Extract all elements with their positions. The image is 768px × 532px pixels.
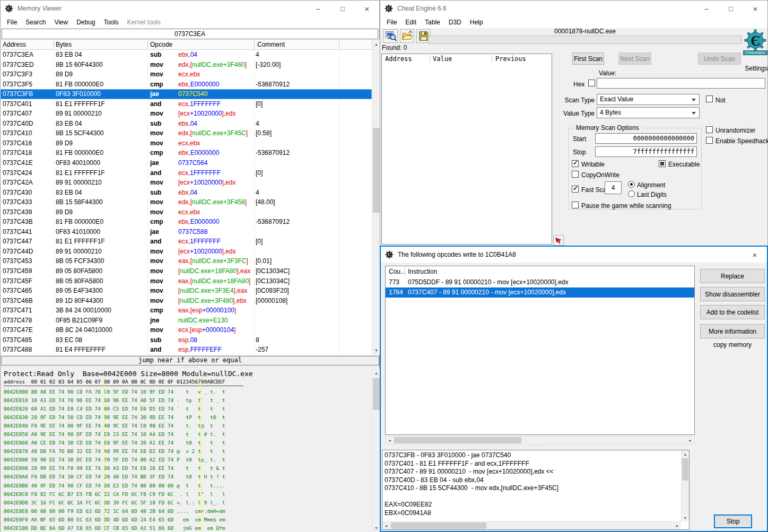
not-checkbox[interactable] <box>706 95 713 102</box>
disassembly-scrollbar[interactable]: ▲ ▼ <box>372 40 380 355</box>
found-address-list[interactable]: Address Value Previous <box>381 54 552 245</box>
disasm-row[interactable]: 0737C3ED8B 15 60F44300movedx,[nullDC.exe… <box>1 60 372 70</box>
hex-row[interactable]: 0042E030 20 9F ED 74 50 CD ED 74 90 9E E… <box>4 413 225 422</box>
value-input[interactable] <box>597 78 765 89</box>
hex-row[interactable]: 0042E0D0 3C 16 FC 6C 0C 3A FC 6C DD 39 F… <box>4 499 225 507</box>
menu-help[interactable]: Help <box>466 16 487 28</box>
scan-stop-input[interactable]: 7fffffffffffffff <box>595 146 697 157</box>
column-address[interactable]: Address <box>3 40 26 50</box>
current-address-input[interactable]: 0737C3EA <box>2 29 378 39</box>
settings-logo-button[interactable]: Є Cheat Engine <box>743 29 767 55</box>
disasm-row[interactable]: 0737C44781 E1 FFFFFF1Fandecx,1FFFFFFF[0] <box>1 237 372 247</box>
disasm-row[interactable]: 0737C45989 05 80FA5800mov[nullDC.exe+18F… <box>1 266 372 276</box>
disasm-row[interactable]: 0737C41881 FB 000000E0cmpebx,E0000000-53… <box>1 148 372 158</box>
scroll-up-icon[interactable]: ▲ <box>682 450 689 458</box>
scroll-thumb[interactable] <box>391 522 486 529</box>
copyonwrite-checkbox[interactable] <box>572 171 579 178</box>
menu-view[interactable]: View <box>50 16 72 28</box>
disasm-row[interactable]: 0737C4338B 15 58F44300movedx,[nullDC.exe… <box>1 197 372 207</box>
column-comment[interactable]: Comment <box>257 40 285 50</box>
add-to-codelist-button[interactable]: Add to the codelist <box>700 305 765 319</box>
hex-row[interactable]: 0042E0B0 40 9F ED 74 90 CF ED 74 D0 E3 E… <box>4 482 225 490</box>
disasm-row[interactable]: 0737C40D83 EB 04subebx,044 <box>1 119 372 129</box>
disasm-row[interactable]: 0737C41E0F83 40010000jae0737C564 <box>1 158 372 168</box>
scroll-right-icon[interactable]: ► <box>686 437 694 444</box>
disasm-row[interactable]: 0737C44D89 91 00000210mov[ecx+10020000],… <box>1 247 372 257</box>
hex-row[interactable]: 0042E040 F0 9E EE 74 00 9F EE 74 40 9C E… <box>4 422 225 430</box>
splitter-handle[interactable]: ········ <box>381 444 693 448</box>
open-table-button[interactable] <box>400 29 414 43</box>
hex-row[interactable]: 0042E070 40 D0 FA 76 B0 32 EE 74 A0 99 E… <box>4 447 225 456</box>
close-button[interactable]: × <box>743 247 767 263</box>
scroll-down-icon[interactable]: ▼ <box>372 524 380 532</box>
hex-row[interactable]: 0042E080 50 98 EE 74 30 DC ED 74 70 5F E… <box>4 456 225 464</box>
next-scan-button[interactable]: Next Scan <box>618 53 651 65</box>
info-vscrollbar[interactable]: ▲ ▼ <box>681 450 689 521</box>
hex-row[interactable]: 0042E060 A0 CE ED 74 30 CD ED 74 E0 9F E… <box>4 439 225 447</box>
hex-row[interactable]: 0042E0F0 AA BF 65 6D 80 EC 63 6D DD 4D 6… <box>4 516 225 524</box>
close-button[interactable]: × <box>355 1 379 16</box>
disasm-row[interactable]: 0737C4780F85 B21C09F9jnenullDC.exe+E130 <box>1 316 372 326</box>
disasm-row[interactable]: 0737C3F581 FB 000000E0cmpebx,E0000000-53… <box>1 80 372 90</box>
menu-file[interactable]: File <box>3 16 21 28</box>
maximize-button[interactable]: □ <box>330 1 355 16</box>
column-instruction[interactable]: Instruction <box>408 268 437 275</box>
scroll-right-icon[interactable]: ► <box>674 522 681 529</box>
scan-start-input[interactable]: 0000000000000000 <box>595 133 697 144</box>
scroll-left-icon[interactable]: ◄ <box>382 522 390 529</box>
scroll-left-icon[interactable]: ◄ <box>386 437 394 444</box>
close-button[interactable]: × <box>743 1 767 16</box>
disasm-row[interactable]: 0737C4713B 84 24 00010000cmpeax,[esp+000… <box>1 306 372 316</box>
column-bytes[interactable]: Bytes <box>56 40 72 50</box>
menu-kernel-tools[interactable]: Kernel tools <box>123 16 165 28</box>
value-type-dropdown[interactable]: 4 Bytes <box>597 107 700 118</box>
select-process-button[interactable] <box>383 29 398 43</box>
disasm-row[interactable]: 0737C42481 E1 FFFFFF1Fandecx,1FFFFFFF[0] <box>1 168 372 178</box>
alignment-radio[interactable] <box>628 181 635 188</box>
disasm-row[interactable]: 0737C4410F83 41010000jae0737C588 <box>1 227 372 237</box>
disasm-row[interactable]: 0737C40789 91 00000210mov[ecx+10020000],… <box>1 109 372 119</box>
hex-row[interactable]: 0042E0E0 00 00 00 00 F9 ED 63 6D 72 1C 6… <box>4 507 225 516</box>
disasm-row[interactable]: 0737C43989 D9movecx,ebx <box>1 207 372 217</box>
opcode-list[interactable]: Cou... Instruction 773075D5DDF - 89 91 0… <box>385 266 695 435</box>
opcode-row[interactable]: 773075D5DDF - 89 91 00000210 - mov [ecx+… <box>386 277 694 287</box>
scan-type-dropdown[interactable]: Exact Value <box>597 94 700 105</box>
undo-scan-button[interactable]: Undo Scan <box>698 53 741 65</box>
menu-table[interactable]: Table <box>421 16 444 28</box>
add-selected-addresses-button[interactable] <box>553 235 564 246</box>
disasm-row[interactable]: 0737C3FB0F83 3F010000jae0737C540 <box>1 89 372 99</box>
scroll-thumb[interactable] <box>394 437 521 443</box>
opcode-row[interactable]: 17840737C407 - 89 91 00000210 - mov [ecx… <box>386 287 694 298</box>
fast-scan-alignment-input[interactable]: 4 <box>605 181 622 194</box>
hex-checkbox[interactable] <box>588 80 595 86</box>
menu-d3d[interactable]: D3D <box>444 16 466 28</box>
hex-row[interactable]: 0042E0C0 F8 02 FC 6C B7 E5 FB 6C 22 CA F… <box>4 490 225 499</box>
disasm-row[interactable]: 0737C46B89 1D 80F44300mov[nullDC.exe+3F4… <box>1 296 372 306</box>
first-scan-button[interactable]: First Scan <box>572 53 604 65</box>
menu-debug[interactable]: Debug <box>72 16 99 28</box>
stop-button[interactable]: Stop <box>714 514 752 528</box>
settings-label[interactable]: Settings <box>743 65 768 72</box>
fast-scan-checkbox[interactable] <box>572 186 579 193</box>
disasm-row[interactable]: 0737C45F8B 05 80FA5800moveax,[nullDC.exe… <box>1 276 372 286</box>
column-opcode[interactable]: Opcode <box>150 40 172 50</box>
column-count[interactable]: Cou... <box>389 268 406 275</box>
unrandomizer-checkbox[interactable] <box>706 126 713 133</box>
scroll-down-icon[interactable]: ▼ <box>372 346 380 355</box>
hex-row[interactable]: 0042E090 20 99 EE 74 F0 99 EE 74 D0 A3 E… <box>4 464 225 473</box>
hex-row[interactable]: 0042E020 60 A1 ED 74 E0 C4 ED 74 80 C5 E… <box>4 405 225 413</box>
scroll-up-icon[interactable]: ▲ <box>372 369 380 378</box>
maximize-button[interactable]: □ <box>719 1 743 16</box>
pause-while-scanning-checkbox[interactable] <box>572 202 579 208</box>
disasm-row[interactable]: 0737C3F389 D9movecx,ebx <box>1 69 372 80</box>
scroll-thumb[interactable] <box>682 458 688 481</box>
last-digits-radio[interactable] <box>628 190 635 197</box>
copy-memory-label[interactable]: copy memory <box>700 341 765 348</box>
disasm-row[interactable]: 0737C3EA83 EB 04subebx,044 <box>1 50 372 60</box>
replace-button[interactable]: Replace <box>700 269 765 283</box>
writable-checkbox[interactable] <box>572 160 579 167</box>
disasm-row[interactable]: 0737C47E8B 8C 24 04010000movecx,[esp+000… <box>1 325 372 335</box>
hex-row[interactable]: 0042E100 DD BE 6A 6D 47 E8 65 6D CF CB 6… <box>4 524 225 532</box>
enable-speedhack-checkbox[interactable] <box>706 137 713 144</box>
scroll-down-icon[interactable]: ▼ <box>682 514 689 521</box>
